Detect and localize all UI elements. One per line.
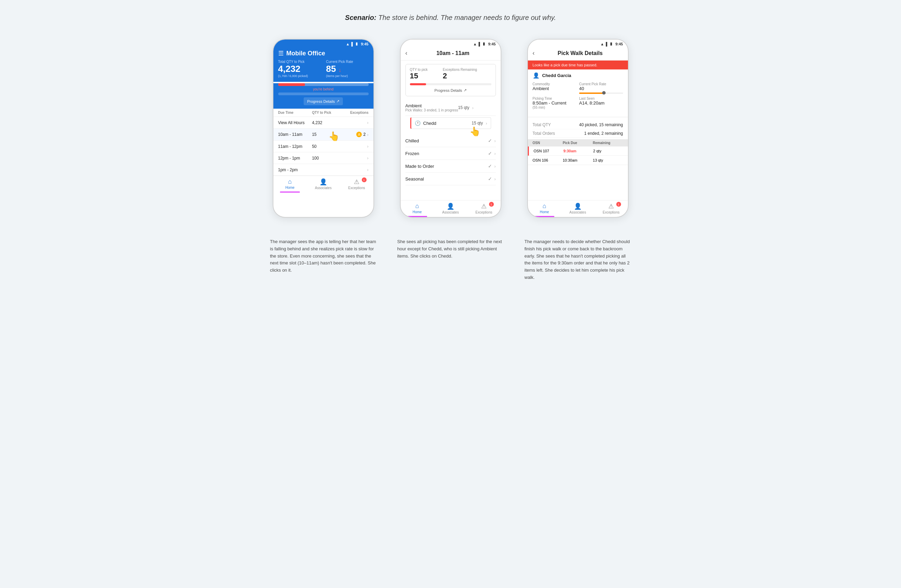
- phone2-header: ‹ 10am - 11am: [401, 47, 501, 61]
- phone1-header: ☰ Mobile Office Total QTY to Pick 4,232 …: [273, 47, 374, 82]
- table-row[interactable]: View All Hours 4,232 ›: [273, 117, 374, 129]
- qty-pick-value: 15: [410, 72, 428, 81]
- phone3-title: Pick Walk Details: [538, 50, 623, 56]
- nav3-associates[interactable]: 👤 Associates: [561, 203, 595, 214]
- total-qty-sub: (1,768 / 6,000 picked): [278, 74, 321, 78]
- wifi-icon3: ▲: [600, 42, 604, 46]
- nav3-home[interactable]: ⌂ Home: [528, 203, 561, 214]
- nav3-exceptions[interactable]: ⚠ 1 Exceptions: [595, 203, 628, 214]
- row-time: 1pm - 2pm: [278, 167, 312, 172]
- progress-details-btn[interactable]: Progress Details ↗: [304, 97, 343, 105]
- ambient-name: Ambient: [405, 103, 458, 108]
- phone3-header: ‹ Pick Walk Details: [528, 47, 628, 61]
- phone1-bottom-nav: ⌂ Home 👤 Associates ⚠ 1 Exceptions: [273, 176, 374, 193]
- osn-107-due: 9:30am: [563, 149, 593, 153]
- nav2-home-label: Home: [413, 210, 422, 214]
- desc-2-text: She sees all picking has been completed …: [397, 238, 504, 260]
- exceptions-remaining-label: Exceptions Remaining: [443, 68, 477, 72]
- row-exceptions: ⚠2 ›: [340, 132, 368, 137]
- made-to-order-chevron: ›: [494, 164, 496, 169]
- chedd-row[interactable]: 🕐 Chedd 15 qty › 👆: [410, 117, 491, 129]
- phones-row: ▲ ▌ ▮ 9:45 ☰ Mobile Office Total QTY to …: [21, 39, 880, 218]
- last-seen-label: Last Seen: [579, 97, 623, 100]
- nav-home[interactable]: ⌂ Home: [273, 178, 307, 190]
- wifi-icon2: ▲: [473, 42, 477, 46]
- back-button[interactable]: ‹: [405, 50, 407, 57]
- table-row[interactable]: 1pm - 2pm ›: [273, 164, 374, 176]
- associates-icon: 👤: [320, 178, 327, 186]
- row-chevron: ›: [367, 144, 368, 149]
- picking-time-value: 8:50am - Current: [533, 100, 577, 106]
- pick-due-col-header: Pick Due: [563, 141, 593, 145]
- nav3-exceptions-label: Exceptions: [603, 211, 620, 214]
- osn-106-remaining: 13 qty: [593, 158, 623, 162]
- category-made-to-order[interactable]: Made to Order ✓ ›: [405, 160, 496, 173]
- seasonal-chevron: ›: [494, 176, 496, 182]
- associates-icon3: 👤: [574, 203, 581, 210]
- table-row[interactable]: 10am - 11am 15 ⚠2 ›: [273, 129, 374, 140]
- desc-3: The manager needs to decide whether Ched…: [524, 238, 631, 281]
- scenario-label: Scenario:: [345, 14, 376, 21]
- row-chevron: ›: [367, 156, 368, 161]
- table-row[interactable]: 11am - 12pm 50 ›: [273, 140, 374, 152]
- phone1-status-bar: ▲ ▌ ▮ 9:45: [273, 39, 374, 47]
- phone-2-frame: ▲ ▌ ▮ 9:45 ‹ 10am - 11am QTY to pick 15: [400, 39, 501, 218]
- exceptions-icon3: ⚠: [608, 203, 614, 210]
- ambient-sub: Pick Walks: 3 ended, 1 in progress: [405, 108, 458, 112]
- phone-2-col: ▲ ▌ ▮ 9:45 ‹ 10am - 11am QTY to pick 15: [397, 39, 504, 218]
- nav2-exceptions[interactable]: ⚠ 1 Exceptions: [468, 203, 501, 214]
- pick-rate-label: Current Pick Rate: [326, 60, 369, 64]
- nav2-exceptions-label: Exceptions: [475, 211, 493, 214]
- picking-time-sub: (55 min): [533, 106, 577, 109]
- phone3-bottom-nav: ⌂ Home 👤 Associates ⚠ 1 Exceptions: [528, 200, 628, 217]
- summary-card: QTY to pick 15 Exceptions Remaining 2 Pr…: [405, 64, 496, 96]
- desc-1: The manager sees the app is telling her …: [270, 238, 377, 281]
- chilled-name: Chilled: [405, 138, 488, 143]
- exceptions-badge: 1: [362, 178, 366, 182]
- frozen-check: ✓: [488, 151, 492, 156]
- expand-icon: ↗: [336, 99, 340, 103]
- menu-icon[interactable]: ☰: [278, 50, 284, 57]
- row-qty: 50: [312, 144, 340, 149]
- home-icon: ⌂: [288, 178, 292, 186]
- row-time: View All Hours: [278, 120, 312, 125]
- made-to-order-name: Made to Order: [405, 164, 488, 169]
- seasonal-name: Seasonal: [405, 176, 488, 182]
- expand-icon2: ↗: [464, 88, 467, 92]
- table-row[interactable]: 12pm - 1pm 100 ›: [273, 152, 374, 164]
- exceptions-badge2: 1: [489, 202, 494, 207]
- divider1: [528, 117, 628, 117]
- picking-time-label: Picking Time: [533, 97, 577, 100]
- pick-rate-fill: [579, 92, 606, 94]
- category-frozen[interactable]: Frozen ✓ ›: [405, 147, 496, 160]
- chedd-chevron: ›: [486, 121, 487, 126]
- nav-associates[interactable]: 👤 Associates: [307, 178, 340, 190]
- phone-1-col: ▲ ▌ ▮ 9:45 ☰ Mobile Office Total QTY to …: [270, 39, 377, 218]
- nav-exceptions[interactable]: ⚠ 1 Exceptions: [340, 178, 374, 190]
- osn-106: OSN 106: [533, 158, 563, 162]
- phone2-time: 9:45: [488, 42, 496, 46]
- phone2-title: 10am - 11am: [410, 50, 496, 56]
- nav-home-label: Home: [285, 186, 295, 189]
- col-due-time: Due Time: [278, 111, 312, 114]
- category-ambient[interactable]: Ambient Pick Walks: 3 ended, 1 in progre…: [405, 100, 496, 116]
- pick-rate-unit: (items per hour): [326, 74, 369, 78]
- app-title: Mobile Office: [287, 50, 325, 57]
- phone2-status-bar: ▲ ▌ ▮ 9:45: [401, 39, 501, 47]
- nav-associates-label: Associates: [315, 186, 332, 190]
- frozen-name: Frozen: [405, 151, 488, 156]
- ambient-qty: 15 qty: [458, 105, 469, 110]
- associates-icon2: 👤: [447, 203, 454, 210]
- made-to-order-check: ✓: [488, 163, 492, 169]
- chedd-warning-icon: 🕐: [415, 120, 421, 126]
- category-seasonal[interactable]: Seasonal ✓ ›: [405, 173, 496, 186]
- signal-icon3: ▌: [606, 42, 609, 46]
- back-button3[interactable]: ‹: [533, 50, 535, 57]
- row-chevron: ›: [367, 120, 368, 125]
- summary-details-btn[interactable]: Progress Details ↗: [410, 88, 491, 92]
- osn-row-107: OSN 107 9:30am 2 qty: [528, 147, 628, 156]
- category-chilled[interactable]: Chilled ✓ ›: [405, 134, 496, 147]
- nav2-associates[interactable]: 👤 Associates: [434, 203, 468, 214]
- nav2-home[interactable]: ⌂ Home: [401, 203, 434, 214]
- summary-progress-bar: [410, 83, 491, 85]
